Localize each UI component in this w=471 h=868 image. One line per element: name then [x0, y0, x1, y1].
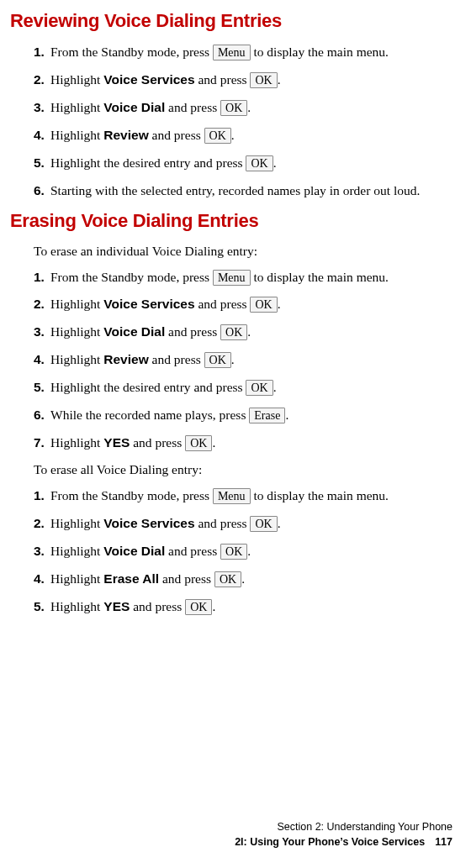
step-number: 3. — [34, 324, 47, 341]
text-fragment: Highlight — [50, 352, 103, 366]
review-step-2: 2. Highlight Voice Services and press OK… — [34, 71, 452, 89]
voice-dial-label: Voice Dial — [103, 544, 165, 558]
erase-one-step-3: 3. Highlight Voice Dial and press OK. — [34, 324, 452, 341]
step-text: Starting with the selected entry, record… — [50, 182, 452, 200]
erase-all-step-4: 4. Highlight Erase All and press OK. — [34, 571, 452, 588]
step-text: Highlight Voice Dial and press OK. — [50, 543, 452, 560]
text-fragment: . — [247, 324, 251, 339]
text-fragment: . — [278, 516, 281, 530]
ok-key: OK — [220, 544, 247, 560]
text-fragment: . — [212, 599, 215, 613]
ok-key: OK — [220, 324, 247, 340]
ok-key: OK — [214, 571, 241, 587]
step-number: 3. — [34, 99, 47, 117]
text-fragment: . — [247, 544, 251, 558]
step-text: While the recorded name plays, press Era… — [50, 407, 452, 424]
step-number: 5. — [34, 598, 47, 616]
text-fragment: and press — [165, 100, 220, 114]
step-number: 1. — [34, 487, 47, 505]
step-text: Highlight Voice Dial and press OK. — [50, 324, 452, 341]
erase-all-step-3: 3. Highlight Voice Dial and press OK. — [34, 543, 452, 560]
erase-all-steps-block: 1. From the Standby mode, press Menu to … — [34, 487, 452, 616]
erase-all-step-5: 5. Highlight YES and press OK. — [34, 598, 452, 616]
text-fragment: Highlight — [50, 324, 103, 339]
step-number: 4. — [34, 127, 47, 145]
voice-dial-label: Voice Dial — [103, 324, 165, 339]
ok-key: OK — [185, 599, 212, 615]
text-fragment: to display the main menu. — [251, 488, 389, 502]
text-fragment: and press — [149, 128, 204, 142]
text-fragment: and press — [159, 571, 214, 586]
erase-intro-individual: To erase an individual Voice Dialing ent… — [34, 244, 452, 259]
menu-key: Menu — [213, 488, 251, 504]
ok-key: OK — [220, 100, 247, 116]
erase-all-step-1: 1. From the Standby mode, press Menu to … — [34, 487, 452, 505]
text-fragment: and press — [165, 324, 220, 339]
text-fragment: Highlight the desired entry and press — [50, 380, 246, 394]
text-fragment: Highlight — [50, 128, 103, 142]
voice-services-label: Voice Services — [103, 72, 194, 87]
text-fragment: . — [278, 72, 281, 87]
text-fragment: Highlight — [50, 100, 103, 114]
step-number: 6. — [34, 407, 47, 424]
footer-chapter-text: 2I: Using Your Phone’s Voice Services — [235, 836, 425, 848]
step-text: Highlight YES and press OK. — [50, 598, 452, 616]
erase-one-step-1: 1. From the Standby mode, press Menu to … — [34, 269, 452, 287]
text-fragment: . — [247, 100, 251, 114]
review-step-5: 5. Highlight the desired entry and press… — [34, 155, 452, 172]
step-text: Highlight Voice Dial and press OK. — [50, 99, 452, 117]
text-fragment: Highlight — [50, 599, 103, 613]
erase-key: Erase — [249, 408, 285, 423]
review-label: Review — [103, 352, 148, 366]
voice-services-label: Voice Services — [103, 297, 194, 311]
text-fragment: Highlight — [50, 516, 103, 530]
text-fragment: Highlight — [50, 297, 103, 311]
text-fragment: Highlight the desired entry and press — [50, 155, 246, 170]
text-fragment: . — [231, 128, 235, 142]
erase-all-step-2: 2. Highlight Voice Services and press OK… — [34, 515, 452, 533]
erase-one-step-7: 7. Highlight YES and press OK. — [34, 434, 452, 452]
text-fragment: Highlight — [50, 571, 103, 586]
step-number: 7. — [34, 434, 47, 452]
step-number: 6. — [34, 182, 47, 200]
review-step-4: 4. Highlight Review and press OK. — [34, 127, 452, 145]
step-number: 5. — [34, 155, 47, 172]
step-text: Highlight Review and press OK. — [50, 351, 452, 369]
erase-one-step-2: 2. Highlight Voice Services and press OK… — [34, 296, 452, 313]
text-fragment: . — [231, 352, 235, 366]
step-text: Highlight Review and press OK. — [50, 127, 452, 145]
review-step-6: 6. Starting with the selected entry, rec… — [34, 182, 452, 200]
text-fragment: . — [285, 408, 288, 422]
text-fragment: and press — [165, 544, 220, 558]
text-fragment: . — [278, 297, 281, 311]
voice-dial-label: Voice Dial — [103, 100, 165, 114]
ok-key: OK — [204, 128, 231, 144]
text-fragment: From the Standby mode, press — [50, 488, 213, 502]
ok-key: OK — [250, 297, 277, 313]
erase-intro-all: To erase all Voice Dialing entry: — [34, 462, 452, 477]
footer-chapter-title: 2I: Using Your Phone’s Voice Services117 — [235, 834, 452, 850]
text-fragment: Highlight — [50, 544, 103, 558]
ok-key: OK — [185, 435, 212, 451]
step-number: 2. — [34, 515, 47, 533]
step-number: 1. — [34, 44, 47, 61]
erase-one-step-5: 5. Highlight the desired entry and press… — [34, 379, 452, 397]
step-number: 3. — [34, 543, 47, 560]
ok-key: OK — [246, 155, 273, 171]
text-fragment: and press — [130, 599, 185, 613]
text-fragment: and press — [195, 72, 251, 87]
text-fragment: . — [212, 435, 215, 450]
text-fragment: and press — [130, 435, 185, 450]
text-fragment: Highlight — [50, 72, 103, 87]
text-fragment: . — [273, 380, 277, 394]
page-footer: Section 2: Understanding Your Phone 2I: … — [235, 819, 452, 850]
text-fragment: From the Standby mode, press — [50, 45, 213, 59]
yes-label: YES — [103, 435, 130, 450]
ok-key: OK — [246, 380, 273, 396]
ok-key: OK — [204, 352, 231, 368]
menu-key: Menu — [213, 270, 251, 286]
step-text: Highlight the desired entry and press OK… — [50, 379, 452, 397]
voice-services-label: Voice Services — [103, 516, 194, 530]
erase-individual-steps-block: 1. From the Standby mode, press Menu to … — [34, 269, 452, 452]
yes-label: YES — [103, 599, 130, 613]
